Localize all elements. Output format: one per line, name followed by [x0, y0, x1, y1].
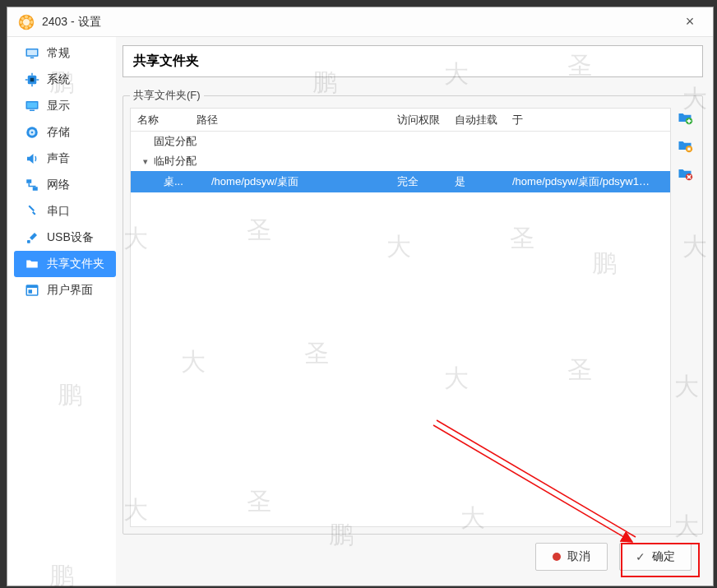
svg-point-3	[20, 20, 23, 23]
sidebar-item-ui[interactable]: 用户界面	[14, 277, 116, 303]
remove-folder-button[interactable]	[677, 165, 693, 182]
col-access[interactable]: 访问权限	[391, 113, 448, 127]
serial-icon	[24, 203, 40, 220]
svg-point-4	[30, 20, 33, 23]
sidebar-item-label: 声音	[47, 151, 70, 166]
cell-name: 桌...	[131, 174, 205, 189]
sidebar-item-label: 串口	[47, 204, 70, 219]
group-fixed[interactable]: 固定分配	[131, 132, 670, 151]
fieldset-legend: 共享文件夹(F)	[130, 88, 204, 103]
cell-at: /home/pdsyw/桌面/pdsyw1…	[506, 174, 670, 189]
sidebar-item-network[interactable]: 网络	[14, 172, 116, 198]
svg-rect-11	[27, 50, 37, 56]
cancel-label: 取消	[567, 549, 590, 564]
svg-rect-26	[33, 187, 38, 191]
sidebar-item-label: 共享文件夹	[47, 257, 104, 271]
folder-icon	[24, 256, 40, 272]
chip-icon	[24, 72, 40, 88]
cell-access: 完全	[391, 174, 448, 189]
svg-rect-30	[29, 289, 33, 294]
page-title: 共享文件夹	[123, 45, 703, 77]
sidebar-item-shared-folders[interactable]: 共享文件夹	[14, 251, 116, 277]
svg-point-1	[25, 15, 28, 18]
table-area: 名称 路径 访问权限 自动挂载 于 固定分配 ▾	[130, 108, 699, 527]
app-icon	[17, 13, 35, 31]
col-path[interactable]: 路径	[190, 113, 391, 127]
group-label: 固定分配	[154, 134, 197, 149]
display-icon	[24, 98, 40, 114]
col-mount[interactable]: 自动挂载	[448, 113, 506, 127]
cell-mount: 是	[448, 174, 506, 189]
svg-point-7	[21, 24, 25, 27]
titlebar: 2403 - 设置 ×	[7, 7, 713, 37]
sidebar-item-general[interactable]: 常规	[14, 40, 116, 67]
sidebar: 常规 系统 显示 存储 声音 网络	[7, 37, 116, 586]
svg-rect-25	[26, 179, 31, 183]
window-body: 常规 系统 显示 存储 声音 网络	[7, 37, 713, 586]
sidebar-item-label: 存储	[47, 125, 70, 140]
settings-window: 2403 - 设置 × 常规 系统 显示 存储 声音	[7, 7, 714, 586]
usb-icon	[24, 229, 40, 246]
svg-point-6	[29, 16, 32, 20]
monitor-icon	[24, 45, 40, 62]
cell-path: /home/pdsyw/桌面	[205, 174, 391, 189]
svg-point-8	[29, 24, 32, 27]
cancel-button[interactable]: 取消	[535, 543, 608, 571]
table-row[interactable]: 桌... /home/pdsyw/桌面 完全 是 /home/pdsyw/桌面/…	[131, 171, 670, 192]
svg-rect-33	[687, 148, 690, 150]
sidebar-item-display[interactable]: 显示	[14, 93, 116, 119]
svg-rect-27	[27, 240, 30, 243]
folder-toolbar	[671, 108, 699, 527]
speaker-icon	[24, 150, 40, 167]
col-name[interactable]: 名称	[131, 113, 190, 127]
folders-table: 名称 路径 访问权限 自动挂载 于 固定分配 ▾	[130, 108, 671, 527]
cancel-dot-icon	[553, 553, 561, 561]
layout-icon	[24, 282, 40, 299]
sidebar-item-storage[interactable]: 存储	[14, 119, 116, 146]
shared-folders-fieldset: 共享文件夹(F) 名称 路径 访问权限 自动挂载 于 固定分配	[123, 95, 703, 535]
svg-rect-12	[30, 58, 35, 59]
table-header: 名称 路径 访问权限 自动挂载 于	[131, 109, 670, 132]
sidebar-item-label: 网络	[47, 178, 70, 192]
svg-point-5	[21, 16, 25, 20]
main-panel: 共享文件夹 共享文件夹(F) 名称 路径 访问权限 自动挂载 于	[116, 37, 713, 586]
disk-icon	[24, 124, 40, 141]
sidebar-item-audio[interactable]: 声音	[14, 146, 116, 172]
group-label: 临时分配	[154, 154, 197, 169]
edit-folder-button[interactable]	[677, 137, 693, 154]
svg-rect-20	[27, 103, 37, 109]
svg-rect-29	[26, 285, 38, 288]
svg-point-2	[25, 25, 28, 29]
sidebar-item-label: 系统	[47, 72, 70, 87]
chevron-down-icon: ▾	[137, 156, 154, 167]
check-icon	[636, 550, 645, 563]
svg-point-9	[23, 18, 30, 25]
network-icon	[24, 177, 40, 193]
sidebar-item-usb[interactable]: USB设备	[14, 225, 116, 251]
close-button[interactable]: ×	[677, 13, 703, 30]
ok-label: 确定	[652, 549, 675, 564]
sidebar-item-system[interactable]: 系统	[14, 67, 116, 93]
sidebar-item-label: 显示	[47, 99, 70, 113]
sidebar-item-label: 用户界面	[47, 283, 93, 298]
sidebar-item-label: 常规	[47, 46, 70, 61]
svg-rect-14	[30, 78, 35, 82]
col-at[interactable]: 于	[506, 113, 670, 127]
svg-point-24	[31, 132, 34, 134]
group-transient[interactable]: ▾ 临时分配	[131, 151, 670, 171]
add-folder-button[interactable]	[677, 109, 693, 126]
sidebar-item-serial[interactable]: 串口	[14, 198, 116, 225]
table-body: 固定分配 ▾ 临时分配 桌... /home/pdsyw/桌面 完全 是	[131, 132, 670, 526]
svg-rect-21	[30, 110, 35, 112]
footer: 取消 确定	[123, 535, 703, 579]
ok-button[interactable]: 确定	[619, 543, 692, 571]
window-title: 2403 - 设置	[42, 15, 677, 30]
sidebar-item-label: USB设备	[47, 230, 94, 245]
